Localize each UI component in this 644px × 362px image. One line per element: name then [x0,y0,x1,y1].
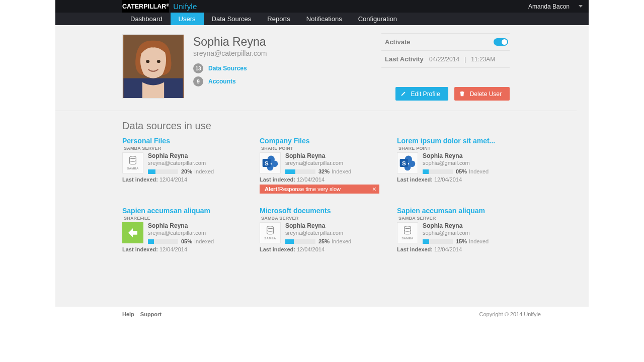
data-sources-section-title: Data sources in use [122,120,510,132]
data-source-type: SAMBA SERVER [124,146,242,151]
svg-point-16 [267,226,274,229]
data-source-type: SHAREFILE [124,216,242,221]
svg-point-17 [405,226,411,229]
topbar: CATERPILLAR® Unifyle Amanda Bacon [55,0,589,13]
last-indexed-date: 12/04/2014 [159,176,187,183]
data-source-user: Sophia Reyna [423,152,517,159]
accounts-link[interactable]: Accounts [208,78,236,85]
data-source-email: sreyna@caterpillar.com [148,230,242,236]
index-progress [148,239,178,244]
index-progress [285,239,315,244]
svg-point-3 [146,60,149,63]
data-source-email: sreyna@caterpillar.com [148,160,242,166]
footer: Help Support Copyright © 2014 Unifyle [55,307,589,322]
sharefile-icon [122,222,143,243]
nav-tab-dashboard[interactable]: Dashboard [122,13,171,25]
svg-text:S: S [265,160,269,166]
edit-profile-button[interactable]: Edit Profile [395,87,448,101]
last-indexed-label: Last indexed: [397,246,433,252]
last-activity-row: Last Activity 04/22/2014 | 11:23AM [381,51,510,68]
close-icon[interactable]: × [372,186,376,193]
data-source-email: sreyna@caterpillar.com [285,230,379,236]
data-source-title[interactable]: Sapien accumsan aliquam [122,207,242,215]
copyright: Copyright © 2014 Unifyle [479,311,541,317]
nav-tab-reports[interactable]: Reports [259,13,298,25]
nav-tab-users[interactable]: Users [171,13,204,25]
index-percent: 32% [318,168,330,174]
index-percent: 25% [318,238,330,244]
data-source-card: Company FilesSHARE POINTSSophia Reynasre… [260,137,379,194]
last-indexed-label: Last indexed: [397,176,433,183]
last-indexed-date: 12/04/2014 [434,246,462,252]
samba-icon: SAMBA [397,222,418,243]
data-source-email: sreyna@caterpillar.com [285,160,379,166]
main-nav: DashboardUsersData SourcesReportsNotific… [55,13,589,25]
nav-tab-notifications[interactable]: Notifications [298,13,350,25]
data-source-card: Sapien accumsan aliquamSAMBA SERVERSAMBA… [397,207,517,252]
data-source-card: Sapien accumsan aliquamSHAREFILESophia R… [122,207,242,252]
data-source-title[interactable]: Company Files [260,137,379,145]
last-indexed-date: 12/04/2014 [297,176,325,183]
samba-icon: SAMBA [122,152,143,173]
nav-tab-configuration[interactable]: Configuration [350,13,405,25]
last-indexed-label: Last indexed: [122,176,158,183]
data-source-type: SHARE POINT [261,146,379,151]
delete-user-button[interactable]: Delete User [454,87,510,101]
user-avatar [122,34,184,99]
sharepoint-icon: S [397,152,418,173]
last-activity-date: 04/22/2014 [429,56,459,63]
current-user-menu[interactable]: Amanda Bacon [528,3,583,10]
data-source-title[interactable]: Microsoft documents [260,207,379,215]
data-source-card: Microsoft documentsSAMBA SERVERSAMBASoph… [260,207,379,252]
user-profile: Sophia Reyna sreyna@caterpillar.com 13 D… [122,34,510,99]
last-activity-time: 11:23AM [471,56,495,63]
indexed-label: Indexed [332,238,351,244]
indexed-label: Indexed [469,168,489,174]
data-source-email: sophia@gmail.com [423,230,517,236]
indexed-label: Indexed [332,168,351,174]
data-source-type: SAMBA SERVER [261,216,379,221]
last-indexed-label: Last indexed: [260,246,295,252]
svg-text:S: S [402,160,406,166]
current-user-name: Amanda Bacon [528,3,570,10]
data-source-card: Lorem ipsum dolor sit amet...SHARE POINT… [397,137,517,194]
caterpillar-logo: CATERPILLAR® [122,0,169,13]
index-percent: 20% [181,168,192,174]
activate-toggle[interactable] [494,38,508,46]
data-source-card: Personal FilesSAMBA SERVERSAMBASophia Re… [122,137,242,194]
last-indexed-date: 12/04/2014 [434,176,462,183]
data-source-type: SAMBA SERVER [398,216,517,221]
index-percent: 05% [181,238,192,244]
data-source-user: Sophia Reyna [285,222,379,229]
last-indexed-date: 12/04/2014 [297,246,325,252]
index-progress [423,169,453,174]
help-link[interactable]: Help [122,311,134,317]
data-source-user: Sophia Reyna [148,152,242,159]
data-source-user: Sophia Reyna [285,152,379,159]
data-sources-count-badge: 13 [193,63,203,73]
indexed-label: Indexed [469,238,489,244]
pencil-icon [400,91,406,97]
data-source-type: SHARE POINT [398,146,517,151]
samba-icon: SAMBA [260,222,281,243]
index-percent: 05% [456,168,467,174]
app-name: Unifyle [173,2,197,11]
nav-tab-data-sources[interactable]: Data Sources [204,13,260,25]
data-source-title[interactable]: Personal Files [122,137,242,145]
alert-banner: Alert! Response time very slow× [260,185,379,194]
data-source-email: sophia@gmail.com [423,160,517,166]
last-indexed-date: 12/04/2014 [159,246,187,252]
sharepoint-icon: S [260,152,281,173]
accounts-count-badge: 9 [193,76,203,86]
data-source-title[interactable]: Lorem ipsum dolor sit amet... [397,137,517,145]
data-source-title[interactable]: Sapien accumsan aliquam [397,207,517,215]
data-source-user: Sophia Reyna [423,222,517,229]
index-progress [148,169,178,174]
data-source-user: Sophia Reyna [148,222,242,229]
support-link[interactable]: Support [140,311,162,317]
svg-point-4 [157,60,160,63]
activate-label: Activate [385,38,429,46]
indexed-label: Indexed [194,238,214,244]
data-sources-link[interactable]: Data Sources [208,65,247,72]
last-activity-label: Last Activity [385,55,429,63]
